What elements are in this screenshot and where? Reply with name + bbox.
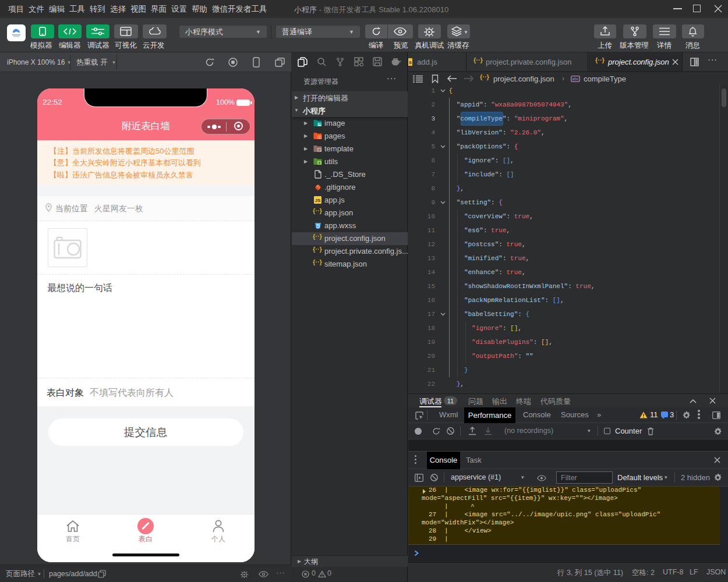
- svg-text:abc: abc: [572, 77, 579, 81]
- svg-text:JS: JS: [315, 198, 321, 203]
